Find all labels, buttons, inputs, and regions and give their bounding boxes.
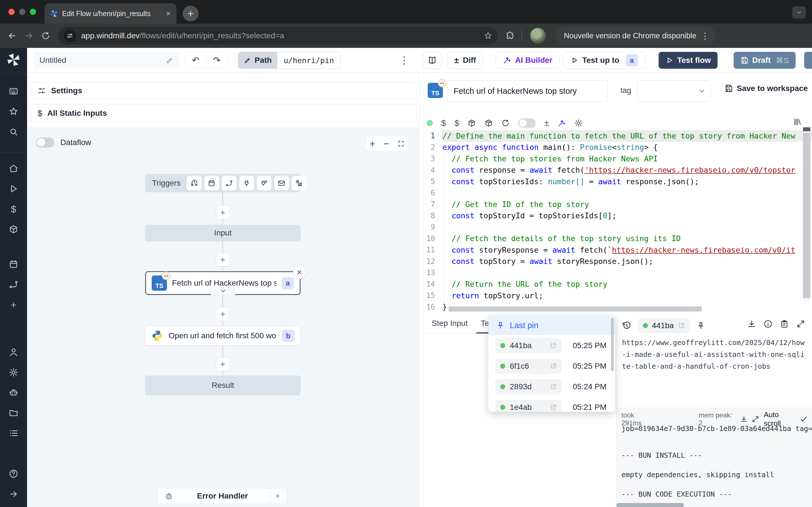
workers-icon[interactable]: [6, 385, 21, 400]
run-id-pill[interactable]: 6f1c6: [495, 358, 562, 374]
minimize-window-button[interactable]: [19, 9, 26, 15]
external-link-icon[interactable]: [550, 404, 557, 411]
code-line[interactable]: 1// Define the main function to fetch th…: [420, 130, 812, 142]
collapse-icon[interactable]: [6, 487, 21, 501]
runs-icon[interactable]: [6, 181, 21, 196]
schedule-icon[interactable]: [204, 176, 219, 190]
add-error-handler-button[interactable]: +: [271, 490, 284, 502]
plug-icon[interactable]: [239, 176, 254, 190]
docs-book-button[interactable]: [423, 52, 442, 69]
extensions-puzzle-icon[interactable]: [505, 31, 514, 40]
star-icon[interactable]: [6, 104, 21, 119]
tab-search-chevron-button[interactable]: [792, 6, 806, 18]
triggers-node[interactable]: Triggers: [145, 174, 300, 192]
result-node[interactable]: Result: [145, 376, 301, 395]
pin-history-item[interactable]: 2893d05:24 PM: [488, 376, 615, 397]
home-icon[interactable]: [6, 161, 21, 176]
webhook-icon[interactable]: [187, 176, 202, 190]
browser-tab[interactable]: Edit Flow u/henri/pin_results: [45, 3, 176, 24]
ai-builder-button[interactable]: AI Builder: [496, 52, 559, 69]
code-line[interactable]: 8 const topStoryId = topStoriesIds[0];: [420, 210, 812, 222]
zoom-out-button[interactable]: −: [384, 138, 389, 149]
download-logs-icon[interactable]: [740, 415, 748, 423]
external-link-icon[interactable]: [550, 342, 557, 349]
code-line[interactable]: 9: [420, 221, 812, 233]
logs-list-icon[interactable]: [6, 426, 21, 441]
code-line[interactable]: 10 // Fetch the details of the top story…: [420, 233, 812, 244]
step-node-a[interactable]: TS Fetch url of HackerNews top story a: [145, 271, 301, 295]
apps-icon[interactable]: [6, 84, 21, 99]
plus-icon[interactable]: +: [6, 297, 21, 312]
folders-icon[interactable]: [6, 406, 21, 420]
edit-pencil-icon[interactable]: [166, 56, 174, 64]
chrome-update-button[interactable]: Nouvelle version de Chrome disponible ⋮: [555, 27, 716, 45]
input-node[interactable]: Input: [145, 225, 301, 241]
more-options-kebab[interactable]: ⋮: [399, 52, 410, 69]
profile-avatar[interactable]: [530, 28, 546, 44]
routes-icon[interactable]: [6, 277, 21, 292]
code-line[interactable]: 7 // Get the ID of the top story: [420, 199, 812, 210]
settings-row[interactable]: Settings: [31, 82, 417, 99]
error-handler-node[interactable]: Error Handler +: [158, 488, 287, 504]
logs-horizontal-scrollbar[interactable]: [616, 503, 684, 507]
path-control[interactable]: Path u/henri/pin: [238, 52, 341, 69]
external-link-icon[interactable]: [678, 322, 685, 329]
fit-view-icon[interactable]: [397, 140, 405, 147]
editor-vertical-scrollbar[interactable]: [803, 132, 810, 301]
maximize-window-button[interactable]: [30, 9, 36, 15]
resources-icon[interactable]: [6, 222, 21, 237]
browser-menu-kebab-icon[interactable]: ⋮: [701, 31, 709, 41]
zoom-in-button[interactable]: +: [370, 138, 375, 149]
code-line[interactable]: 4 const response = await fetch('https://…: [420, 165, 812, 176]
package-icon[interactable]: [485, 119, 493, 127]
code-line[interactable]: 6: [420, 187, 812, 199]
tab-test-this-step[interactable]: Te: [481, 319, 489, 328]
code-line[interactable]: 2export async function main(): Promise<s…: [420, 142, 812, 153]
pin-icon[interactable]: [696, 321, 705, 330]
diff-button[interactable]: ± Diff: [447, 52, 483, 69]
last-pin-option[interactable]: Last pin: [488, 316, 615, 335]
run-badge[interactable]: 441ba: [638, 318, 690, 333]
editor-horizontal-scrollbar[interactable]: [449, 306, 702, 312]
search-icon[interactable]: [6, 124, 21, 139]
code-line[interactable]: 5 const topStoriesIds: number[] = await …: [420, 176, 812, 187]
code-line[interactable]: 13: [420, 267, 812, 279]
save-to-workspace-button[interactable]: Save to workspace: [724, 84, 808, 93]
windmill-logo[interactable]: [6, 52, 21, 67]
expand-step-chevron[interactable]: [210, 287, 236, 295]
forward-icon[interactable]: [24, 31, 34, 41]
add-step-button[interactable]: +: [216, 206, 230, 219]
dataflow-toggle[interactable]: [36, 137, 54, 148]
user-icon[interactable]: [6, 345, 21, 359]
bookmark-star-icon[interactable]: [484, 32, 492, 40]
tab-step-input[interactable]: Step Input: [432, 319, 468, 328]
reload-icon[interactable]: [41, 31, 50, 40]
info-icon[interactable]: [763, 320, 772, 328]
close-window-button[interactable]: [8, 9, 15, 15]
history-icon[interactable]: [622, 321, 631, 330]
toggle-icon[interactable]: [518, 118, 536, 128]
expand-icon[interactable]: [796, 320, 805, 328]
gear-icon[interactable]: [574, 119, 583, 127]
package-icon[interactable]: [467, 119, 476, 127]
plusminus-icon[interactable]: ±: [544, 118, 549, 128]
flow-canvas[interactable]: Dataflow + − Triggers + Input + TS Fetch…: [27, 128, 419, 507]
new-tab-button[interactable]: +: [183, 6, 199, 21]
check-icon[interactable]: [800, 415, 808, 423]
redo-button[interactable]: ↷: [206, 55, 227, 66]
path-value[interactable]: u/henri/pin: [277, 52, 340, 69]
variables-icon[interactable]: $: [6, 202, 21, 216]
flow-name-field[interactable]: Untitled: [34, 52, 179, 69]
refresh-icon[interactable]: [501, 119, 510, 127]
pin-history-item[interactable]: 6f1c605:25 PM: [488, 356, 615, 376]
test-flow-button[interactable]: Test flow: [659, 52, 718, 69]
external-link-icon[interactable]: [550, 363, 557, 370]
route-icon[interactable]: [222, 176, 237, 190]
all-static-inputs-row[interactable]: $ All Static Inputs: [31, 104, 417, 122]
pin-history-item[interactable]: 1e4ab05:21 PM: [488, 397, 615, 412]
test-up-to-button[interactable]: Test up to a: [563, 52, 645, 69]
back-icon[interactable]: [7, 31, 17, 41]
code-line[interactable]: 12 const topStory = await storyResponse.…: [420, 256, 812, 267]
step-name-input[interactable]: [447, 80, 608, 102]
code-line[interactable]: 15 return topStory.url;: [420, 290, 812, 301]
